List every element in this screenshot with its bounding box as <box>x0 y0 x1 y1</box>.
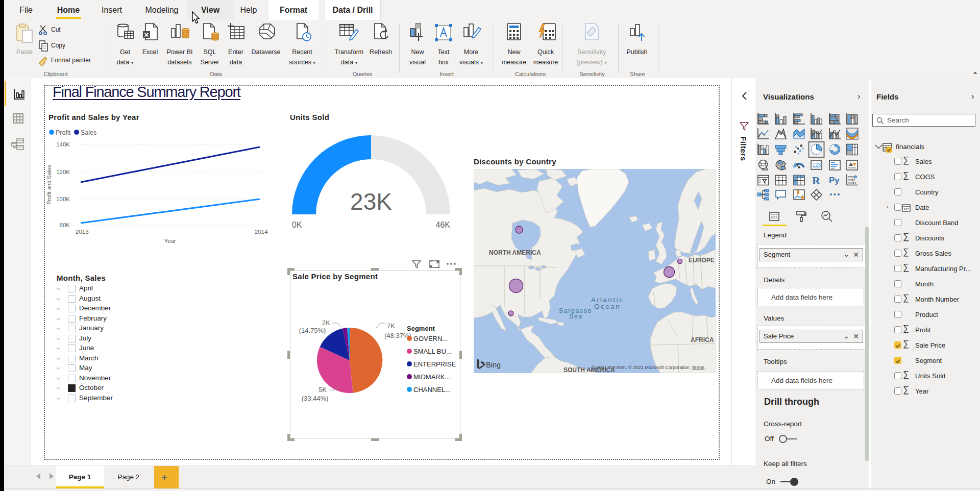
svg-text:SMALL BU...: SMALL BU... <box>413 348 452 355</box>
svg-text:Profit and Sales: Profit and Sales <box>46 165 52 205</box>
svg-text:23K: 23K <box>350 188 392 215</box>
svg-text:CHANNEL...: CHANNEL... <box>413 386 451 394</box>
svg-text:NORTH AMERICA: NORTH AMERICA <box>489 249 541 256</box>
svg-text:5K: 5K <box>318 386 327 394</box>
svg-text:80K: 80K <box>60 222 70 228</box>
svg-text:2K: 2K <box>322 319 330 327</box>
svg-text:Ocean: Ocean <box>594 303 621 310</box>
svg-text:GOVERN...: GOVERN... <box>413 335 448 342</box>
svg-text:Profit: Profit <box>56 129 71 136</box>
svg-text:140K: 140K <box>56 141 70 148</box>
svg-text:Sales: Sales <box>81 129 96 136</box>
svg-text:120K: 120K <box>56 169 70 175</box>
svg-text:ENTERPRISE: ENTERPRISE <box>413 360 456 368</box>
svg-text:(33.44%): (33.44%) <box>302 395 329 402</box>
svg-text:Terms: Terms <box>692 365 704 370</box>
svg-text:2014: 2014 <box>255 229 268 235</box>
svg-text:AFRICA: AFRICA <box>691 336 714 343</box>
svg-text:EUROPE: EUROPE <box>689 257 715 264</box>
svg-text:2013: 2013 <box>76 229 89 235</box>
svg-text:(14.75%): (14.75%) <box>299 327 326 334</box>
svg-text:7K: 7K <box>387 322 395 330</box>
svg-text:Year: Year <box>164 238 176 244</box>
svg-text:123: 123 <box>813 162 821 168</box>
svg-text:Py: Py <box>829 176 840 185</box>
svg-text:Sea: Sea <box>569 313 583 320</box>
svg-text:R: R <box>812 174 821 187</box>
svg-text:MIDMARK...: MIDMARK... <box>413 373 450 381</box>
svg-text:0K: 0K <box>292 220 302 229</box>
svg-text:Bing: Bing <box>486 361 501 369</box>
svg-text:46K: 46K <box>436 220 451 229</box>
svg-text:Segment: Segment <box>407 325 435 332</box>
svg-text:© 2021 TomTom, © 2021 Microsof: © 2021 TomTom, © 2021 Microsoft Corporat… <box>592 365 690 370</box>
svg-text:100K: 100K <box>56 196 70 202</box>
